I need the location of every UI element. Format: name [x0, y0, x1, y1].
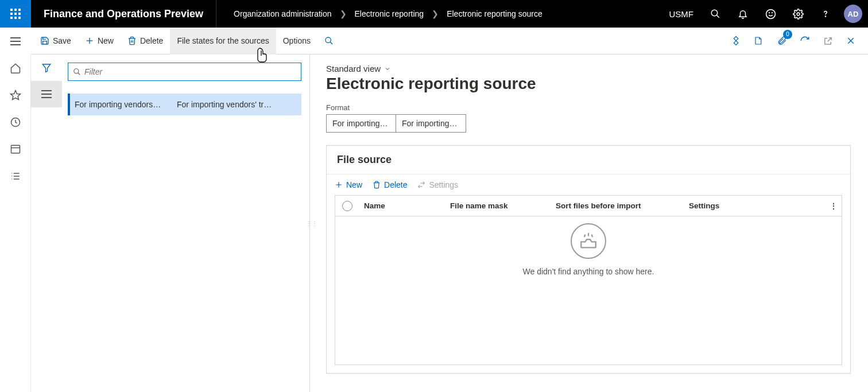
- action-bar: Save New Delete File states for the sour…: [31, 28, 868, 55]
- attachments-badge: 0: [783, 30, 792, 39]
- format-lookup-2[interactable]: For importing…: [396, 114, 466, 133]
- breadcrumb: Organization administration ❯ Electronic…: [216, 9, 542, 18]
- nav-favorites-button[interactable]: [0, 81, 31, 108]
- trash-icon: [127, 36, 137, 45]
- topbar-right: USMF AD: [662, 0, 869, 28]
- card-title: File source: [327, 146, 850, 174]
- attachments-button[interactable]: 0: [770, 28, 793, 55]
- chevron-down-icon: [384, 65, 391, 72]
- waffle-icon: [10, 9, 21, 19]
- settings-button[interactable]: [785, 0, 811, 28]
- svg-marker-25: [10, 90, 20, 99]
- svg-point-12: [769, 12, 769, 13]
- star-icon: [10, 90, 21, 101]
- list-row-col1: For importing vendors…: [75, 100, 171, 109]
- funnel-icon: [41, 63, 52, 73]
- refresh-button[interactable]: [793, 28, 816, 55]
- delete-button[interactable]: Delete: [121, 28, 170, 55]
- view-switcher[interactable]: Standard view: [326, 64, 391, 73]
- file-states-button[interactable]: File states for the sources: [170, 28, 276, 55]
- col-sort-before-import[interactable]: Sort files before import: [551, 201, 684, 210]
- svg-rect-1: [14, 9, 17, 11]
- nav-workspaces-button[interactable]: [0, 135, 31, 162]
- svg-point-11: [766, 9, 775, 18]
- personalize-button[interactable]: [724, 28, 747, 55]
- notifications-button[interactable]: [730, 0, 755, 28]
- options-label: Options: [283, 36, 311, 45]
- save-icon: [40, 36, 49, 45]
- svg-rect-4: [14, 13, 17, 15]
- grid-delete-button[interactable]: Delete: [373, 180, 407, 189]
- col-file-mask[interactable]: File name mask: [445, 201, 551, 210]
- book-icon: [754, 36, 764, 46]
- search-button[interactable]: [703, 0, 728, 28]
- svg-rect-8: [18, 17, 21, 19]
- office-button[interactable]: [747, 28, 770, 55]
- nav-rail: [0, 55, 31, 392]
- grid-settings-button: Settings: [417, 180, 458, 189]
- workspace-icon: [10, 143, 21, 155]
- app-launcher-button[interactable]: [0, 0, 31, 28]
- format-label: Format: [326, 103, 851, 112]
- breadcrumb-item[interactable]: Organization administration: [234, 9, 331, 18]
- col-name[interactable]: Name: [359, 201, 445, 210]
- page-title: Electronic reporting source: [326, 75, 851, 93]
- nav-home-button[interactable]: [0, 55, 31, 81]
- grid-new-label: New: [346, 180, 362, 189]
- nav-recents-button[interactable]: [0, 108, 31, 135]
- list-lines-icon: [41, 90, 52, 98]
- swap-icon: [417, 181, 425, 189]
- popout-icon: [823, 36, 833, 46]
- svg-rect-5: [18, 13, 21, 15]
- filter-pane-toggle[interactable]: [31, 55, 62, 81]
- smiley-icon: [765, 9, 776, 20]
- empty-text: We didn't find anything to show here.: [523, 267, 654, 276]
- svg-rect-3: [10, 13, 13, 15]
- file-source-card: File source New Delete Settings: [326, 145, 851, 374]
- svg-marker-35: [42, 64, 51, 72]
- refresh-icon: [800, 36, 810, 46]
- breadcrumb-item[interactable]: Electronic reporting: [355, 9, 424, 18]
- nav-modules-button[interactable]: [0, 162, 31, 189]
- home-icon: [10, 63, 21, 74]
- svg-rect-2: [18, 9, 21, 11]
- new-button[interactable]: New: [78, 28, 121, 55]
- chevron-right-icon: ❯: [432, 9, 439, 18]
- format-lookup-1[interactable]: For importing…: [326, 114, 396, 133]
- search-icon: [710, 9, 720, 19]
- filter-input[interactable]: [84, 67, 296, 76]
- view-label: Standard view: [326, 64, 381, 73]
- feedback-button[interactable]: [758, 0, 783, 28]
- search-icon: [73, 68, 81, 76]
- options-button[interactable]: Options: [276, 28, 317, 55]
- col-settings[interactable]: Settings: [684, 201, 826, 210]
- grid-new-button[interactable]: New: [335, 180, 362, 189]
- topbar: Finance and Operations Preview Organizat…: [0, 0, 868, 28]
- filter-box[interactable]: [68, 63, 301, 81]
- nav-toggle-button[interactable]: [0, 28, 31, 55]
- empty-box-icon: [579, 231, 598, 251]
- svg-point-13: [772, 12, 772, 13]
- product-name: Finance and Operations Preview: [31, 0, 216, 28]
- legal-entity-label[interactable]: USMF: [662, 9, 701, 19]
- save-button[interactable]: Save: [33, 28, 78, 55]
- svg-point-9: [711, 10, 718, 16]
- chevron-right-icon: ❯: [340, 9, 347, 18]
- list-pane-toggle[interactable]: [31, 81, 62, 107]
- hamburger-icon: [10, 37, 21, 45]
- help-button[interactable]: [813, 0, 838, 28]
- close-button[interactable]: [839, 28, 862, 55]
- grid-select-all[interactable]: [335, 201, 359, 211]
- clock-icon: [10, 117, 21, 128]
- modules-icon: [10, 170, 21, 182]
- breadcrumb-item[interactable]: Electronic reporting source: [447, 9, 542, 18]
- svg-point-15: [825, 16, 826, 17]
- action-search-button[interactable]: [317, 28, 340, 55]
- svg-rect-6: [10, 17, 13, 19]
- svg-point-14: [797, 13, 800, 15]
- grid-column-menu[interactable]: ⋮: [826, 201, 842, 211]
- avatar[interactable]: AD: [844, 5, 862, 23]
- popout-button[interactable]: [816, 28, 839, 55]
- svg-line-22: [330, 42, 332, 44]
- list-row[interactable]: For importing vendors… For importing ven…: [68, 94, 301, 115]
